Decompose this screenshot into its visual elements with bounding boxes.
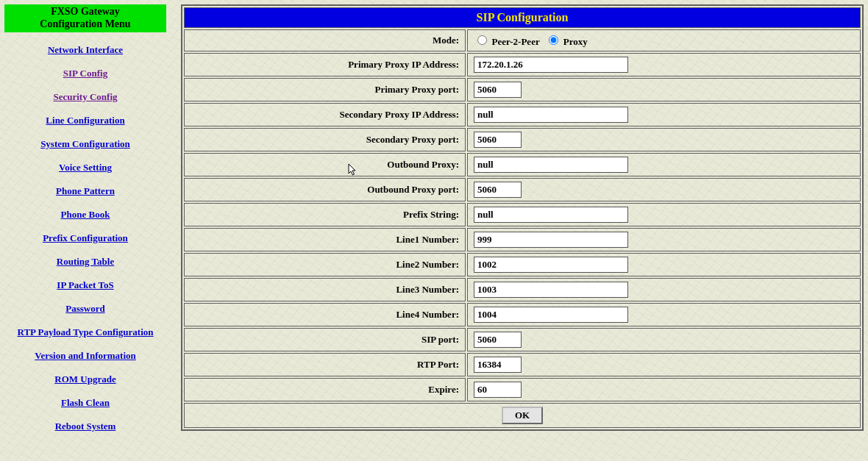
field-label: SIP port:: [184, 328, 466, 351]
ok-button[interactable]: OK: [502, 407, 543, 424]
input-sip-port[interactable]: [474, 332, 522, 348]
field-cell: [467, 253, 861, 276]
mode-label: Mode:: [184, 29, 466, 51]
field-cell: [467, 153, 861, 176]
input-secondary-proxy-ip-address[interactable]: [474, 107, 628, 123]
config-row: Outbound Proxy port:: [184, 178, 861, 201]
input-prefix-string[interactable]: [474, 207, 628, 223]
input-primary-proxy-ip-address[interactable]: [474, 57, 628, 73]
input-line2-number[interactable]: [474, 257, 628, 273]
sidebar-link-ip-packet-tos[interactable]: IP Packet ToS: [4, 279, 166, 291]
field-cell: [467, 128, 861, 151]
config-row: Primary Proxy IP Address:: [184, 53, 861, 76]
config-row: SIP port:: [184, 328, 861, 351]
input-outbound-proxy-port[interactable]: [474, 182, 522, 198]
field-label: Line1 Number:: [184, 228, 466, 251]
config-row: RTP Port:: [184, 353, 861, 376]
field-label: Secondary Proxy IP Address:: [184, 103, 466, 126]
sidebar-link-prefix-configuration[interactable]: Prefix Configuration: [4, 232, 166, 244]
sidebar-link-rom-upgrade[interactable]: ROM Upgrade: [4, 374, 166, 385]
config-row: Line2 Number:: [184, 253, 861, 276]
page-title: SIP Configuration: [184, 7, 861, 28]
field-label: RTP Port:: [184, 353, 466, 376]
input-outbound-proxy[interactable]: [474, 157, 628, 173]
field-cell: [467, 78, 861, 101]
main-panel: SIP Configuration Mode: Peer-2-Peer Prox…: [181, 4, 864, 431]
input-line4-number[interactable]: [474, 307, 628, 323]
input-secondary-proxy-port[interactable]: [474, 132, 522, 148]
sidebar-link-version-and-information[interactable]: Version and Information: [4, 350, 166, 362]
sidebar-link-password[interactable]: Password: [4, 303, 166, 315]
field-label: Primary Proxy port:: [184, 78, 466, 101]
sidebar-nav: Network InterfaceSIP ConfigSecurity Conf…: [4, 44, 166, 432]
sidebar-header: FXSO Gateway Configuration Menu: [4, 4, 166, 32]
config-row: Line4 Number:: [184, 303, 861, 326]
mode-field: Peer-2-Peer Proxy: [467, 29, 861, 51]
field-cell: [467, 203, 861, 226]
sidebar-title-line2: Configuration Menu: [4, 18, 166, 31]
sidebar-link-rtp-payload-type-configuration[interactable]: RTP Payload Type Configuration: [4, 326, 166, 338]
config-table: SIP Configuration Mode: Peer-2-Peer Prox…: [181, 4, 864, 431]
input-expire[interactable]: [474, 382, 522, 398]
mode-radio-p2p-label[interactable]: Peer-2-Peer: [492, 36, 540, 47]
sidebar-link-line-configuration[interactable]: Line Configuration: [4, 115, 166, 126]
sidebar-link-sip-config[interactable]: SIP Config: [4, 68, 166, 79]
mode-radio-p2p[interactable]: [477, 35, 487, 45]
field-cell: [467, 178, 861, 201]
config-row: Prefix String:: [184, 203, 861, 226]
field-cell: [467, 53, 861, 76]
sidebar-link-phone-book[interactable]: Phone Book: [4, 209, 166, 221]
input-rtp-port[interactable]: [474, 357, 522, 373]
field-label: Secondary Proxy port:: [184, 128, 466, 151]
mode-radio-proxy[interactable]: [549, 35, 558, 45]
config-row: Line1 Number:: [184, 228, 861, 251]
field-cell: [467, 228, 861, 251]
config-row: Secondary Proxy IP Address:: [184, 103, 861, 126]
input-line3-number[interactable]: [474, 282, 628, 298]
field-label: Expire:: [184, 378, 466, 401]
sidebar-link-security-config[interactable]: Security Config: [4, 91, 166, 103]
mode-radio-proxy-label[interactable]: Proxy: [563, 36, 588, 47]
field-cell: [467, 353, 861, 376]
config-row: Outbound Proxy:: [184, 153, 861, 176]
field-cell: [467, 328, 861, 351]
config-row: Secondary Proxy port:: [184, 128, 861, 151]
field-cell: [467, 303, 861, 326]
field-label: Prefix String:: [184, 203, 466, 226]
sidebar-link-phone-pattern[interactable]: Phone Pattern: [4, 185, 166, 197]
sidebar-link-network-interface[interactable]: Network Interface: [4, 44, 166, 56]
sidebar-link-routing-table[interactable]: Routing Table: [4, 256, 166, 268]
sidebar-link-voice-setting[interactable]: Voice Setting: [4, 162, 166, 174]
field-label: Line3 Number:: [184, 278, 466, 301]
field-label: Outbound Proxy port:: [184, 178, 466, 201]
config-row: Expire:: [184, 378, 861, 401]
field-label: Outbound Proxy:: [184, 153, 466, 176]
sidebar-title-line1: FXSO Gateway: [4, 6, 166, 18]
field-label: Line4 Number:: [184, 303, 466, 326]
field-label: Line2 Number:: [184, 253, 466, 276]
field-label: Primary Proxy IP Address:: [184, 53, 466, 76]
config-row: Line3 Number:: [184, 278, 861, 301]
config-row: Primary Proxy port:: [184, 78, 861, 101]
field-cell: [467, 103, 861, 126]
sidebar-link-system-configuration[interactable]: System Configuration: [4, 138, 166, 150]
sidebar-link-flash-clean[interactable]: Flash Clean: [4, 397, 166, 409]
input-primary-proxy-port[interactable]: [474, 82, 522, 98]
input-line1-number[interactable]: [474, 232, 628, 248]
sidebar-link-reboot-system[interactable]: Reboot System: [4, 421, 166, 432]
field-cell: [467, 278, 861, 301]
field-cell: [467, 378, 861, 401]
sidebar: FXSO Gateway Configuration Menu Network …: [4, 4, 166, 444]
